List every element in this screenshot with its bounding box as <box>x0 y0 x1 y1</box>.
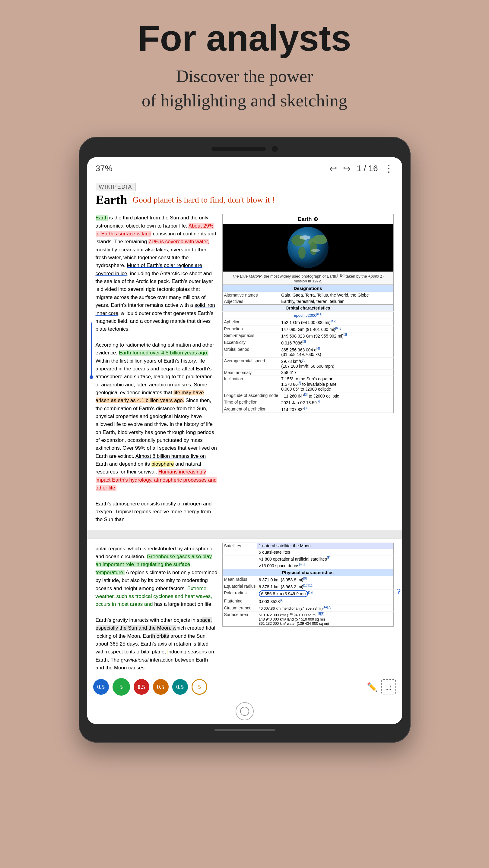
infobox-orbital-period-row: Orbital period 365.256 363 004 d[4](31 5… <box>222 346 393 358</box>
home-indicator <box>214 729 275 731</box>
infobox-time-perihelion-row: Time of perihelion 2021-Jan-02 13:59[7] <box>222 399 393 406</box>
infobox-longitude-ascending-row: Longitude of ascending node −11.260 64°[… <box>222 392 393 399</box>
svg-point-5 <box>310 242 317 255</box>
right-column-page2: Satellites 1 natural satellite: the Moon… <box>222 542 394 672</box>
infobox-inclination-row: Inclination 7.155° to the Sun's equator;… <box>222 375 393 392</box>
infobox-eccentricity-row: Eccentricity 0.016 7086[3] <box>222 339 393 346</box>
svg-point-8 <box>311 249 320 252</box>
phone-bottom-bar <box>87 724 402 734</box>
infobox-table: Earth ⊕ <box>222 214 394 412</box>
content-area-page1: Earth is the third planet from the Sun a… <box>87 211 402 530</box>
svg-point-6 <box>313 235 327 244</box>
sidebar-annotation-bar <box>91 322 92 377</box>
infobox-designations-header: Designations <box>222 284 393 292</box>
highlight-btn-green[interactable]: 5 <box>113 678 130 695</box>
infobox-avg-orbital-speed-row: Average orbital speed 29.78 km/s[5](107 … <box>222 358 393 370</box>
phone-frame: 37% ↩ ↪ 1 / 16 ⋮ WIKIPEDIA Earth Good pl… <box>79 137 410 743</box>
highlight-btn-blue[interactable]: 0.5 <box>93 679 109 695</box>
home-button[interactable] <box>236 702 254 720</box>
highlight-btn-orange[interactable]: 0.5 <box>153 679 169 695</box>
paragraph-polar-regions: polar regions, which is redistributed by… <box>96 545 218 609</box>
sidebar-annotation-dot <box>90 375 93 379</box>
infobox-equatorial-radius-row: Equatorial radius 6 378.1 km (3 963.2 mi… <box>222 583 393 590</box>
infobox-operational-sats-row: >1 800 operational artificial satellites… <box>222 555 393 562</box>
svg-point-1 <box>287 227 328 268</box>
phone-screen: 37% ↩ ↪ 1 / 16 ⋮ WIKIPEDIA Earth Good pl… <box>87 157 402 724</box>
paragraph-1: Earth is the third planet from the Sun a… <box>96 214 218 333</box>
infobox-image-cell <box>222 224 393 272</box>
infobox-epoch-row: Epoch J2000[n.1] <box>222 311 393 318</box>
infobox-polar-radius-row: Polar radius 6 356.8 km (3 949.9 mi)[12]… <box>222 590 393 598</box>
reader-topbar: 37% ↩ ↪ 1 / 16 ⋮ <box>87 157 402 180</box>
infobox-orbital-header: Orbital characteristics <box>222 304 393 311</box>
reader-controls: ↩ ↪ 1 / 16 ⋮ <box>329 163 393 174</box>
infobox-mean-anomaly-row: Mean anomaly 358.617° <box>222 369 393 375</box>
highlight-btn-red[interactable]: 0.5 <box>134 679 149 695</box>
highlight-buttons: 0.5 5 0.5 0.5 0.5 5 <box>93 678 207 695</box>
infobox-table-page2: Satellites 1 natural satellite: the Moon… <box>222 542 394 627</box>
infobox-argument-perihelion-row: Argument of perihelion 114.207 83°[3] <box>222 406 393 412</box>
infobox-quasi-row: 5 quasi-satellites <box>222 549 393 555</box>
wiki-header: WIKIPEDIA Earth Good planet is hard to f… <box>87 180 402 211</box>
infobox-alt-names-row: Alternative names Gaia, Gaea, Terra, Tel… <box>222 292 393 298</box>
infobox-adjectives-row: Adjectives Earthly, terrestrial, terran,… <box>222 298 393 304</box>
draw-tools: ✏️ ⬚ <box>367 679 396 694</box>
highlight-btn-yellow[interactable]: 5 <box>192 679 207 695</box>
phone-top-bar <box>87 146 402 157</box>
main-title: For analysts <box>24 18 465 58</box>
home-button-inner <box>240 707 249 716</box>
paragraph-3: Earth's atmosphere consists mostly of ni… <box>96 500 218 524</box>
pen-tool-button[interactable]: ✏️ <box>367 682 377 692</box>
infobox-circumference-row: Circumference 40 007.86 km meridional (2… <box>222 605 393 612</box>
page-indicator: 1 / 16 <box>356 164 378 173</box>
selection-tool-button[interactable]: ⬚ <box>381 679 396 694</box>
page-separator <box>87 530 402 539</box>
home-row <box>87 699 402 724</box>
infobox-physical-header: Physical characteristics <box>222 569 393 576</box>
zoom-level: 37% <box>96 164 113 173</box>
paragraph-gravity: Earth's gravity interacts with other obj… <box>96 616 218 672</box>
device-wrapper: 37% ↩ ↪ 1 / 16 ⋮ WIKIPEDIA Earth Good pl… <box>79 137 410 743</box>
svg-point-3 <box>298 247 306 258</box>
article-title: Earth <box>96 193 127 207</box>
infobox-debris-row: >16 000 space debris[n.3] <box>222 562 393 569</box>
paragraph-2: According to radiometric dating estimati… <box>96 341 218 492</box>
infobox-perihelion-row: Perihelion 147.095 Gm (91 401 000 mi)[n.… <box>222 326 393 333</box>
more-menu-button[interactable]: ⋮ <box>384 163 394 174</box>
redo-button[interactable]: ↪ <box>343 163 350 174</box>
svg-point-7 <box>299 236 310 240</box>
wiki-title-row: Earth Good planet is hard to find, don't… <box>96 191 394 210</box>
sub-title: Discover the power of highlighting and s… <box>24 64 465 113</box>
highlight-btn-teal[interactable]: 0.5 <box>172 679 188 695</box>
infobox-semimajor-row: Semi-major axis 149.598 023 Gm (92 955 9… <box>222 333 393 339</box>
content-area-page2: polar regions, which is redistributed by… <box>87 539 402 675</box>
earth-symbol: ⊕ <box>313 216 318 222</box>
undo-button[interactable]: ↩ <box>329 163 337 174</box>
bottom-toolbar: 0.5 5 0.5 0.5 0.5 5 <box>87 675 402 699</box>
left-column-page1: Earth is the third planet from the Sun a… <box>96 214 222 524</box>
infobox-mean-radius-row: Mean radius 6 371.0 km (3 958.8 mi)[9] <box>222 576 393 583</box>
right-column-page1: Earth ⊕ <box>222 214 394 524</box>
infobox-caption: 'The Blue Marble', the most widely used … <box>222 272 393 284</box>
infobox-satellites-row: Satellites 1 natural satellite: the Moon <box>222 542 393 549</box>
wiki-badge: WIKIPEDIA <box>96 183 136 191</box>
infobox-flattening-row: Flattening 0.003 3528[4] <box>222 598 393 605</box>
handwritten-annotation: Good planet is hard to find, don't blow … <box>133 195 275 205</box>
phone-speaker <box>211 147 266 151</box>
infobox-surface-area-row: Surface area 510 072 000 km² (1rs 940 00… <box>222 612 393 627</box>
selection-icon: ⬚ <box>385 683 392 691</box>
infobox-aphelion-row: Aphelion 152.1 Gm (94 500 000 mi)[n.2] <box>222 319 393 326</box>
left-column-page2: polar regions, which is redistributed by… <box>96 542 222 672</box>
earth-globe-svg <box>273 224 343 271</box>
phone-camera <box>272 146 278 152</box>
infobox-title: Earth ⊕ <box>222 214 393 224</box>
header-section: For analysts Discover the power of highl… <box>0 0 489 125</box>
